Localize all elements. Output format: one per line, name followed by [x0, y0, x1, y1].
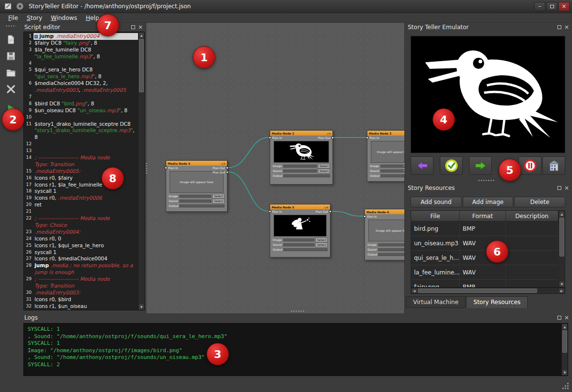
float-icon[interactable] [557, 25, 561, 29]
code-line[interactable]: 26syscall 1 [24, 249, 138, 256]
emulator-home-button[interactable] [542, 156, 565, 175]
splitter-handle-horizontal[interactable] [290, 310, 305, 312]
media-node-media-node-6[interactable]: Media Node 6▫×Plan InImage will appear h… [364, 209, 405, 260]
code-line[interactable]: 10 [24, 114, 138, 121]
node-title-bar[interactable]: Media Node 3▫× [367, 131, 405, 136]
input-port[interactable] [364, 215, 366, 218]
select-button[interactable]: Select [315, 242, 328, 247]
select-button[interactable]: Select [318, 164, 330, 169]
code-line[interactable]: jump is enough [24, 269, 138, 276]
code-line[interactable]: .mediaEntry0003, .mediaEntry0005 [24, 87, 138, 94]
scrollbar-thumb[interactable] [562, 330, 567, 353]
code-line[interactable]: 12 [24, 141, 138, 148]
tab-virtual-machine[interactable]: Virtual Machine [406, 296, 466, 308]
code-line[interactable]: 5$qui_sera_le_hero DC8 [24, 67, 138, 73]
code-line[interactable]: 20ret [24, 202, 138, 208]
delete-button[interactable]: Delete [514, 197, 565, 207]
output-port[interactable] [329, 210, 331, 213]
code-line[interactable]: 11$story1_drako_luminelle_sceptre DC8 [24, 121, 138, 128]
code-line[interactable]: 9$un_oiseau DC8 "un_oiseau.mp3", 8 [24, 107, 138, 114]
code-line[interactable]: 6$mediaChoice0004 DC32, 2, [24, 80, 138, 87]
menu-windows[interactable]: Windows [47, 14, 82, 22]
table-row[interactable]: fairy.pngBMP [411, 280, 558, 288]
code-line[interactable]: 32lcons r1, $un_oiseau [24, 303, 138, 310]
media-node-media-node-4[interactable]: Media Node 4▫×Plan InPlan OutPlan OutIma… [166, 160, 227, 212]
menu-file[interactable]: File [4, 14, 22, 22]
code-line[interactable]: Type: Choice [24, 222, 138, 229]
close-icon[interactable]: × [564, 25, 569, 30]
float-icon[interactable] [131, 25, 135, 29]
emulator-forward-button[interactable] [469, 156, 492, 175]
new-script-button[interactable] [3, 32, 18, 47]
code-line[interactable]: 22; ---------------------- Media node [24, 215, 138, 222]
select-button[interactable]: Select [212, 194, 225, 199]
close-icon[interactable]: × [564, 315, 569, 320]
emulator-pause-button[interactable] [519, 156, 541, 175]
scroll-left-icon[interactable]: ◀ [411, 288, 417, 293]
column-header-file[interactable]: File [411, 211, 460, 222]
node-title-bar[interactable]: Media Node 5▫× [270, 205, 330, 209]
scroll-down-icon[interactable]: ▼ [139, 304, 144, 310]
scroll-right-icon[interactable]: ▶ [558, 288, 565, 293]
input-port[interactable] [165, 167, 167, 169]
code-line[interactable]: 4 [24, 60, 138, 67]
scrollbar-thumb[interactable] [139, 39, 144, 92]
maximize-button[interactable] [546, 2, 557, 11]
code-line[interactable]: 29; ---------------------- Media node [24, 276, 138, 283]
logs-panel[interactable]: SYSCALL: 1, Sound: "/home/anthony/ostpro… [23, 323, 568, 376]
select-button[interactable]: Select [318, 169, 330, 173]
code-line[interactable]: 25lcons r1, $qui_sera_le_hero [24, 242, 138, 249]
scroll-up-icon[interactable]: ▲ [559, 211, 565, 217]
toolbar-drag-handle[interactable] [5, 25, 16, 27]
code-line[interactable]: 23.mediaEntry0004: [24, 229, 138, 236]
splitter-handle-vertical-left[interactable] [145, 162, 148, 175]
script-editor[interactable]: 1jump .mediaEntry00042$fairy DC8 "fairy.… [23, 32, 145, 310]
node-title-bar[interactable]: Media Node 6▫× [365, 209, 405, 214]
code-line[interactable]: 7 [24, 94, 138, 101]
menu-story[interactable]: Story [22, 14, 47, 22]
select-button[interactable]: Select [315, 238, 328, 242]
add-image-button[interactable]: Add image [463, 197, 514, 207]
add-sound-button[interactable]: Add sound [411, 197, 462, 207]
code-line[interactable]: 28jump .media ; no return possible, so a [24, 262, 138, 269]
script-editor-scrollbar[interactable]: ▲ ▼ [138, 32, 144, 310]
code-line[interactable]: 8$bird DC8 "bird.png", 8 [24, 101, 138, 107]
scroll-up-icon[interactable]: ▲ [139, 32, 144, 38]
code-line[interactable]: 2$fairy DC8 "fairy.png", 8 [24, 40, 138, 47]
code-line[interactable]: "la_fee_luminelle.mp3", 8 [24, 53, 138, 60]
minimize-button[interactable]: – [534, 2, 545, 11]
code-line[interactable]: 24lcons r0, 0 [24, 236, 138, 242]
node-title-bar[interactable]: Media Node 2▫× [270, 131, 332, 136]
node-canvas[interactable]: Media Node 4▫×Plan InPlan OutPlan OutIma… [146, 23, 405, 313]
resources-horizontal-scrollbar[interactable]: ◀ ▶ [411, 288, 565, 294]
node-window-icons[interactable]: ▫× [324, 205, 329, 209]
output-port[interactable] [331, 136, 334, 139]
code-line[interactable]: 13 [24, 148, 138, 154]
close-project-button[interactable] [3, 82, 18, 96]
output-port[interactable] [226, 171, 228, 173]
input-port[interactable] [366, 136, 368, 139]
output-port[interactable] [226, 167, 228, 169]
code-line[interactable]: 31lcons r0, $bird [24, 296, 138, 303]
media-node-media-node-5[interactable]: Media Node 5▫×Plan InPlan OutImageSelect… [270, 204, 330, 257]
input-port[interactable] [269, 136, 271, 139]
resize-grip[interactable] [562, 382, 569, 389]
column-header-description[interactable]: Description [506, 211, 558, 222]
logs-scrollbar[interactable]: ▲ ▼ [561, 324, 568, 375]
code-line[interactable]: 30.mediaEntry0003: [24, 290, 138, 296]
select-button[interactable]: Select [212, 199, 225, 204]
emulator-validate-button[interactable] [440, 156, 463, 175]
node-window-icons[interactable]: ▫× [221, 162, 225, 165]
node-window-icons[interactable]: ▫× [327, 132, 331, 135]
code-line[interactable]: "qui_sera_le_hero.mp3", 8 [24, 73, 138, 80]
open-button[interactable] [3, 65, 18, 80]
emulator-back-button[interactable] [411, 156, 433, 175]
scroll-up-icon[interactable]: ▲ [562, 324, 568, 330]
float-icon[interactable] [557, 316, 561, 320]
code-line[interactable]: "story1_drako_luminelle_sceptre.mp3", [24, 127, 138, 134]
code-line[interactable]: 21 [24, 208, 138, 215]
table-row[interactable]: qui_sera_le_h...WAV [411, 251, 558, 265]
code-line[interactable]: Type: Transition [24, 161, 138, 168]
code-line[interactable]: 14; ---------------------- Media node [24, 154, 138, 161]
code-line[interactable]: 18syscall 1 [24, 188, 138, 195]
